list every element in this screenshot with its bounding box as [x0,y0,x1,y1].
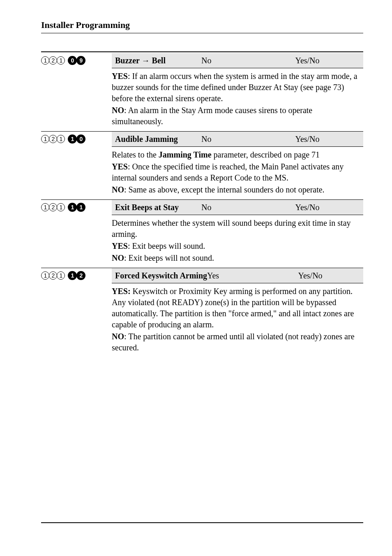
param-name: Audible Jamming [115,134,201,144]
code-digit-icon: 2 [76,271,85,280]
desc-line: YES: Exit beeps will sound. [112,241,363,252]
section-audible-jamming: 12110 Audible Jamming No Yes/No Relates … [41,131,363,199]
content-column: Exit Beeps at Stay No Yes/No Determines … [112,200,363,268]
param-header-row: Buzzer → Bell No Yes/No [112,53,363,68]
section-row: 12109 Buzzer → Bell No Yes/No YES: If an… [41,53,363,131]
param-description: YES: Keyswitch or Proximity Key arming i… [112,283,363,357]
section-rule [41,51,363,52]
code-digit-icon: 9 [76,56,85,65]
code-digit-icon: 1 [68,271,77,280]
param-name: Forced Keyswitch Arming [115,271,207,280]
content-column: Forced Keyswitch Arming Yes Yes/No YES: … [112,268,363,357]
page-header-title: Installer Programming [41,20,363,30]
param-name: Buzzer → Bell [115,56,201,65]
code-digit-icon: 1 [76,203,85,212]
code-digit-icon: 2 [49,56,57,65]
code-digit-icon: 1 [41,271,49,280]
page: Installer Programming 12109 Buzzer → Bel… [0,0,392,556]
param-range: Yes/No [255,56,360,65]
code-digit-icon: 1 [41,135,49,143]
code-digit-icon: 1 [57,203,65,211]
code-digit-icon: 0 [68,56,77,65]
desc-line: NO: An alarm in the Stay Arm mode causes… [112,105,363,127]
section-buzzer-bell: 12109 Buzzer → Bell No Yes/No YES: If an… [41,51,363,131]
section-forced-keyswitch: 12112 Forced Keyswitch Arming Yes Yes/No… [41,268,363,357]
param-header-row: Forced Keyswitch Arming Yes Yes/No [112,268,363,283]
code-digit-icon: 1 [57,56,65,65]
param-range: Yes/No [255,134,360,144]
desc-line: Relates to the Jamming Time parameter, d… [112,149,363,160]
param-description: YES: If an alarm occurs when the system … [112,68,363,131]
desc-line: YES: Once the specified time is reached,… [112,161,363,183]
code-digit-icon: 1 [68,203,77,212]
code-digit-icon: 1 [41,203,49,211]
desc-line: YES: If an alarm occurs when the system … [112,71,363,104]
param-default: No [201,203,255,212]
code-digit-icon: 2 [49,271,57,280]
footer-rule [41,522,363,523]
param-description: Determines whether the system will sound… [112,215,363,268]
desc-line: YES: Keyswitch or Proximity Key arming i… [112,286,363,330]
code-digit-icon: 1 [41,56,49,65]
param-default: Yes [207,271,261,280]
code-digit-icon: 0 [76,134,85,144]
section-row: 12110 Audible Jamming No Yes/No Relates … [41,132,363,199]
param-description: Relates to the Jamming Time parameter, d… [112,147,363,199]
section-row: 12112 Forced Keyswitch Arming Yes Yes/No… [41,268,363,357]
content-column: Audible Jamming No Yes/No Relates to the… [112,132,363,199]
code-digit-icon: 2 [49,203,57,211]
section-exit-beeps: 12111 Exit Beeps at Stay No Yes/No Deter… [41,199,363,268]
code-column: 12111 [41,200,112,212]
code-digit-icon: 1 [68,134,77,144]
param-default: No [201,56,255,65]
code-column: 12109 [41,53,112,65]
param-header-row: Audible Jamming No Yes/No [112,132,363,146]
param-default: No [201,134,255,144]
desc-line: Determines whether the system will sound… [112,218,363,240]
param-header-row: Exit Beeps at Stay No Yes/No [112,200,363,215]
desc-line: NO: Same as above, except the internal s… [112,184,363,195]
param-range: Yes/No [261,271,360,280]
code-digit-icon: 1 [57,271,65,280]
section-row: 12111 Exit Beeps at Stay No Yes/No Deter… [41,200,363,268]
code-column: 12110 [41,132,112,144]
desc-line: NO: Exit beeps will not sound. [112,253,363,264]
header-rule [41,33,363,33]
code-column: 12112 [41,268,112,280]
code-digit-icon: 2 [49,135,57,143]
desc-line: NO: The partition cannot be armed until … [112,331,363,353]
content-column: Buzzer → Bell No Yes/No YES: If an alarm… [112,53,363,131]
param-range: Yes/No [255,203,360,212]
code-digit-icon: 1 [57,135,65,143]
param-name: Exit Beeps at Stay [115,203,201,212]
